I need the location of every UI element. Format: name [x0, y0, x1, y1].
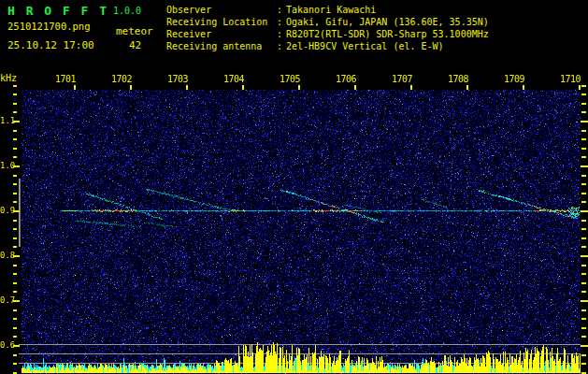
- y-axis-label: 1.0: [0, 161, 13, 170]
- y-axis-minor-tick-right: [581, 103, 586, 105]
- x-axis-tick: [410, 85, 412, 90]
- y-axis-major-tick-right: [581, 121, 588, 122]
- y-axis-major-tick-right: [581, 345, 588, 347]
- y-axis-minor-tick: [13, 228, 17, 230]
- y-axis-minor-tick-right: [581, 94, 586, 95]
- y-axis-minor-tick-right: [581, 156, 586, 158]
- info-value: Ogaki, Gifu, JAPAN (136.60E, 35.35N): [286, 16, 489, 28]
- info-label: Receiving antenna: [166, 40, 277, 52]
- info-value: R820T2(RTL-SDR) SDR-Sharp 53.1000MHz: [286, 28, 489, 40]
- y-axis-minor-tick: [13, 363, 17, 365]
- y-axis-minor-tick: [13, 318, 17, 320]
- y-axis-minor-tick-right: [581, 265, 586, 266]
- y-axis-minor-tick-right: [581, 138, 586, 140]
- y-axis-minor-tick: [13, 246, 17, 248]
- y-axis-minor-tick: [13, 327, 17, 329]
- y-axis-label: 0.6: [0, 340, 13, 350]
- output-filename: 2510121700.png: [7, 21, 91, 32]
- x-axis-label: 1702: [104, 74, 132, 84]
- y-axis-minor-tick: [13, 265, 17, 266]
- x-axis-tick: [74, 85, 76, 90]
- y-axis-major-tick-right: [581, 210, 588, 212]
- y-axis-minor-tick-right: [581, 246, 586, 248]
- y-axis-minor-tick-right: [581, 183, 586, 185]
- y-axis-minor-tick-right: [581, 193, 586, 194]
- info-colon: :: [277, 16, 286, 28]
- y-axis-minor-tick: [13, 354, 17, 356]
- y-axis-major-tick-right: [581, 255, 588, 257]
- station-info-block: Observer:Takanori Kawachi Receiving Loca…: [166, 4, 489, 52]
- y-axis-minor-tick: [13, 291, 17, 293]
- info-row-receiver: Receiver:R820T2(RTL-SDR) SDR-Sharp 53.10…: [166, 28, 489, 40]
- info-colon: :: [277, 40, 286, 52]
- y-axis-minor-tick-right: [581, 201, 586, 203]
- y-axis-minor-tick-right: [581, 327, 586, 329]
- x-axis-tick: [186, 85, 188, 90]
- y-axis-minor-tick-right: [581, 282, 586, 284]
- hrofft-window: H R O F F T 1.0.0 2510121700.png meteor …: [0, 0, 588, 374]
- y-axis-minor-tick: [13, 103, 17, 105]
- y-axis-minor-tick: [13, 138, 17, 140]
- y-axis-minor-tick: [13, 220, 17, 222]
- x-axis-label: 1706: [328, 74, 356, 84]
- y-axis-minor-tick: [13, 336, 17, 338]
- info-row-antenna: Receiving antenna:2el-HB9CV Vertical (el…: [166, 40, 489, 52]
- info-value: 2el-HB9CV Vertical (el. E-W): [286, 40, 444, 52]
- info-row-location: Receiving Location:Ogaki, Gifu, JAPAN (1…: [166, 16, 489, 28]
- datetime-label: 25.10.12 17:00: [7, 39, 94, 51]
- x-axis-tick: [242, 85, 244, 90]
- y-axis-minor-tick-right: [581, 291, 586, 293]
- y-axis-label: 1.1: [0, 116, 13, 125]
- x-axis-tick: [523, 85, 524, 90]
- app-version: 1.0.0: [113, 6, 141, 16]
- y-axis-minor-tick-right: [581, 130, 586, 132]
- x-axis-label: 1704: [216, 74, 244, 84]
- x-axis-label: 1708: [440, 74, 468, 84]
- x-axis-label: 1709: [496, 74, 524, 84]
- x-axis-tick: [579, 85, 581, 90]
- y-axis-minor-tick: [13, 201, 17, 203]
- y-axis-minor-tick: [13, 156, 17, 158]
- y-axis-minor-tick: [13, 237, 17, 239]
- x-axis-tick: [466, 85, 468, 90]
- mode-label: meteor: [116, 25, 153, 37]
- y-axis-label: 0.8: [0, 251, 13, 260]
- x-axis-tick: [130, 85, 132, 90]
- y-axis-minor-tick-right: [581, 273, 586, 275]
- x-axis-tick: [354, 85, 356, 90]
- y-axis-minor-tick-right: [581, 175, 586, 177]
- y-axis-minor-tick: [13, 94, 17, 95]
- y-axis-major-tick-right: [581, 165, 588, 167]
- x-axis-label: 1707: [384, 74, 412, 84]
- y-axis-minor-tick: [13, 309, 17, 311]
- y-axis-minor-tick: [13, 130, 17, 132]
- y-axis-minor-tick-right: [581, 354, 586, 356]
- y-axis-label: 0.9: [0, 206, 13, 215]
- y-axis-minor-tick-right: [581, 237, 586, 239]
- y-axis-minor-tick-right: [581, 85, 586, 87]
- y-axis-minor-tick-right: [581, 318, 586, 320]
- app-title: H R O F F T: [7, 4, 108, 18]
- y-axis-minor-tick: [13, 193, 17, 194]
- y-axis-minor-tick-right: [581, 111, 586, 113]
- y-axis-minor-tick: [13, 175, 17, 177]
- y-axis-minor-tick: [13, 111, 17, 113]
- echo-count: 42: [129, 39, 141, 51]
- info-label: Receiving Location: [166, 16, 277, 28]
- spectrogram-canvas: [19, 90, 581, 374]
- x-axis-tick: [298, 85, 300, 90]
- x-axis-label: 1701: [48, 74, 76, 84]
- y-axis-minor-tick: [13, 282, 17, 284]
- info-label: Receiver: [166, 28, 277, 40]
- y-axis-minor-tick-right: [581, 309, 586, 311]
- y-axis-minor-tick-right: [581, 228, 586, 230]
- y-axis-minor-tick: [13, 273, 17, 275]
- x-axis-label: 1703: [160, 74, 188, 84]
- y-axis-minor-tick-right: [581, 363, 586, 365]
- info-value: Takanori Kawachi: [286, 4, 376, 16]
- info-colon: :: [277, 4, 286, 16]
- x-axis-label: 1710: [552, 74, 581, 84]
- x-axis-label: 1705: [272, 74, 300, 84]
- y-axis-minor-tick: [13, 148, 17, 150]
- info-label: Observer: [166, 4, 277, 16]
